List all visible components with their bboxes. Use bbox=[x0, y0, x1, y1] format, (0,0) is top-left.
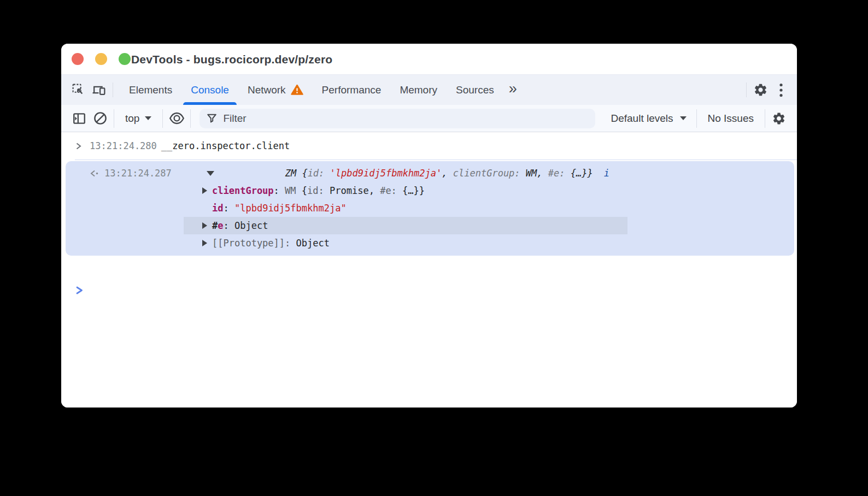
filter-field[interactable] bbox=[200, 109, 595, 128]
property-row-id[interactable]: id: "lpbd9idj5fbmkhm2ja" bbox=[184, 199, 627, 217]
kebab-menu-icon[interactable] bbox=[771, 75, 791, 105]
devtools-window: DevTools - bugs.rocicorp.dev/p/zero Elem… bbox=[61, 44, 797, 408]
divider bbox=[746, 82, 747, 97]
timestamp: 13:21:24.287 bbox=[104, 168, 172, 179]
expand-triangle-icon[interactable] bbox=[202, 222, 207, 229]
console-prompt[interactable] bbox=[75, 264, 797, 317]
issues-counter[interactable]: No Issues bbox=[700, 113, 761, 125]
device-toolbar-icon[interactable] bbox=[89, 75, 109, 105]
console-settings-gear-icon[interactable] bbox=[769, 105, 789, 132]
create-live-expression-icon[interactable] bbox=[166, 105, 187, 132]
active-tab-underline bbox=[183, 102, 237, 105]
command-text: __zero.inspector.client bbox=[161, 140, 290, 151]
title-bar: DevTools - bugs.rocicorp.dev/p/zero bbox=[61, 44, 797, 74]
settings-gear-icon[interactable] bbox=[750, 75, 771, 105]
close-button[interactable] bbox=[72, 53, 84, 65]
lazy-eval-info-icon[interactable]: i bbox=[604, 168, 609, 179]
tab-elements[interactable]: Elements bbox=[120, 75, 181, 105]
tab-sources[interactable]: Sources bbox=[447, 75, 503, 105]
expand-triangle-icon[interactable] bbox=[202, 240, 207, 246]
funnel-icon bbox=[206, 113, 218, 124]
tab-memory[interactable]: Memory bbox=[390, 75, 447, 105]
console-command-entry[interactable]: 13:21:24.280 __zero.inspector.client bbox=[61, 132, 797, 160]
inspect-element-icon[interactable] bbox=[68, 75, 89, 105]
chevron-down-icon bbox=[680, 116, 687, 120]
divider bbox=[162, 109, 163, 128]
tab-performance[interactable]: Performance bbox=[313, 75, 391, 105]
divider bbox=[113, 82, 113, 97]
tab-network[interactable]: Network bbox=[238, 75, 313, 105]
console-sidebar-icon[interactable] bbox=[69, 105, 90, 132]
property-row-prototype[interactable]: [[Prototype]]: Object bbox=[184, 234, 627, 252]
minimize-button[interactable] bbox=[95, 53, 107, 65]
filter-input[interactable] bbox=[223, 113, 589, 125]
clear-console-icon[interactable] bbox=[90, 105, 110, 132]
execution-context-selector[interactable]: top bbox=[118, 113, 159, 125]
property-row-private-e[interactable]: #e: Object bbox=[184, 217, 627, 234]
console-output: 13:21:24.280 __zero.inspector.client 13:… bbox=[61, 132, 797, 408]
log-levels-selector[interactable]: Default levels bbox=[604, 113, 693, 125]
divider bbox=[765, 109, 765, 128]
divider bbox=[696, 109, 697, 128]
prompt-chevron-icon bbox=[75, 275, 797, 317]
expand-triangle-icon[interactable] bbox=[202, 187, 207, 194]
tab-console[interactable]: Console bbox=[181, 75, 238, 105]
object-root[interactable]: ZM {id: 'lpbd9idj5fbmkhm2ja', clientGrou… bbox=[207, 157, 609, 190]
console-toolbar: top Default levels No Issues bbox=[61, 105, 797, 132]
divider bbox=[114, 109, 114, 128]
window-title: DevTools - bugs.rocicorp.dev/p/zero bbox=[131, 44, 332, 75]
warning-icon bbox=[291, 84, 303, 96]
chevron-down-icon bbox=[145, 116, 151, 120]
return-value-icon bbox=[90, 169, 99, 178]
object-children: clientGroup: WM {id: Promise, #e: {…}} i… bbox=[184, 182, 794, 252]
zoom-button[interactable] bbox=[119, 53, 131, 65]
console-result-entry: 13:21:24.287 ZM {id: 'lpbd9idj5fbmkhm2ja… bbox=[66, 161, 794, 256]
command-chevron-icon bbox=[75, 142, 85, 150]
panel-tabs: Elements Console Network Performance bbox=[120, 75, 523, 105]
timestamp: 13:21:24.280 bbox=[90, 140, 157, 151]
devtools-tab-bar: Elements Console Network Performance bbox=[61, 74, 797, 105]
more-tabs-icon[interactable]: » bbox=[503, 75, 523, 105]
divider bbox=[190, 109, 191, 128]
collapse-triangle-icon[interactable] bbox=[207, 171, 214, 176]
